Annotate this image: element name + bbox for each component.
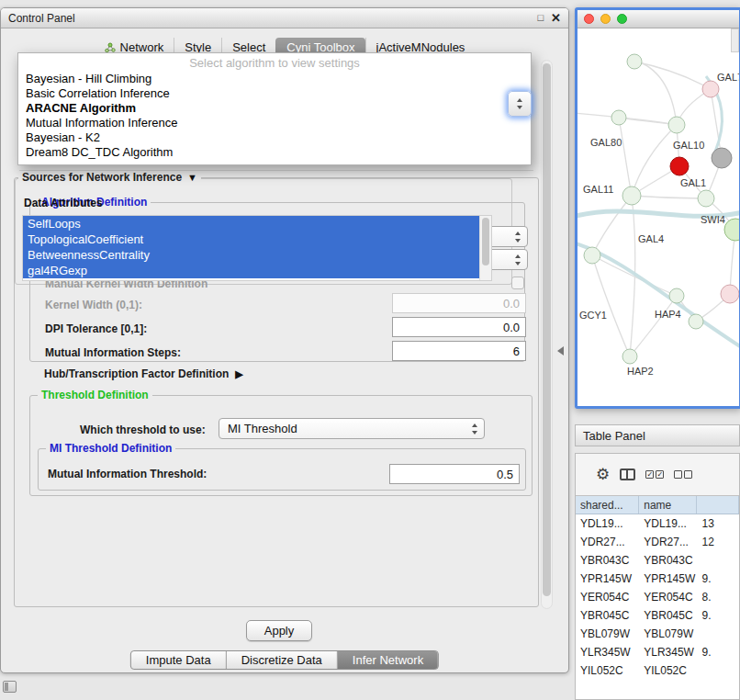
mi-threshold-field[interactable] xyxy=(389,464,520,484)
network-canvas[interactable]: GAL7GAL80GAL10GAL11GAL1SWI4GAL4GCY1HAP4H… xyxy=(577,28,739,406)
columns-icon[interactable] xyxy=(620,469,635,480)
unchecked-box-icon xyxy=(674,470,682,479)
kernel-width-label: Kernel Width (0,1): xyxy=(45,299,142,311)
close-window-icon[interactable]: ✕ xyxy=(551,12,561,24)
network-node[interactable] xyxy=(670,157,689,175)
algorithm-option-bayesian-k2[interactable]: Bayesian - K2 xyxy=(18,130,531,145)
network-node[interactable] xyxy=(584,247,600,264)
table-cell: 9. xyxy=(698,570,740,588)
settings-scrollbar[interactable] xyxy=(541,60,553,609)
table-row[interactable]: YLR345WYLR345W9. xyxy=(576,643,739,661)
table-row[interactable]: YBR043CYBR043C xyxy=(576,551,739,570)
table-row[interactable]: YPR145WYPR145W9. xyxy=(576,570,739,588)
algorithm-option-bayesian-hill-climbing[interactable]: Bayesian - Hill Climbing xyxy=(18,72,531,86)
network-node[interactable] xyxy=(698,190,714,207)
mi-threshold-label: Mutual Information Threshold: xyxy=(48,468,207,480)
dpi-tolerance-label: DPI Tolerance [0,1]: xyxy=(45,322,147,335)
attribute-item[interactable]: TopologicalCoefficient xyxy=(23,231,479,247)
collapse-panel-icon[interactable] xyxy=(557,346,564,356)
table-row[interactable]: YBR045CYBR045C9. xyxy=(576,606,739,625)
apply-button[interactable]: Apply xyxy=(246,620,312,641)
attributes-scrollbar[interactable] xyxy=(479,216,491,280)
node-label: GAL4 xyxy=(638,233,664,244)
column-header[interactable]: name xyxy=(639,496,697,514)
float-window-icon[interactable]: □ xyxy=(537,13,544,23)
attribute-item[interactable]: BetweennessCentrality xyxy=(23,247,479,263)
sources-toggle[interactable]: Sources for Network Inference ▼ xyxy=(18,171,201,184)
table-cell: 9. xyxy=(698,606,740,625)
table-cell: 9. xyxy=(698,643,740,661)
close-traffic-light-icon[interactable] xyxy=(584,14,594,24)
bottom-tabbar: Impute DataDiscretize DataInfer Network xyxy=(130,650,439,670)
table-panel-titlebar: Table Panel xyxy=(575,424,740,446)
algorithm-option-basic-correlation-inference[interactable]: Basic Correlation Inference xyxy=(18,86,531,101)
collapse-down-icon: ▼ xyxy=(187,172,197,183)
network-node[interactable] xyxy=(721,285,739,303)
network-node[interactable] xyxy=(712,148,732,168)
column-header[interactable]: shared... xyxy=(576,496,639,514)
zoom-traffic-light-icon[interactable] xyxy=(617,14,627,24)
panel-dock-icon[interactable] xyxy=(3,681,17,693)
network-node[interactable] xyxy=(689,314,703,329)
tab-infer-network[interactable]: Infer Network xyxy=(337,651,438,669)
algorithm-combobox-focused[interactable] xyxy=(508,91,532,117)
table-row[interactable]: YDR27...YDR27...12 xyxy=(576,533,739,551)
node-label: HAP4 xyxy=(655,309,681,320)
network-scrollbar-fragment[interactable] xyxy=(731,28,739,52)
control-panel-window: Control Panel □ ✕ NetworkStyleSelectCyni… xyxy=(0,7,569,673)
table-row[interactable]: YIL052CYIL052C xyxy=(576,661,739,680)
algorithm-dropdown: Select algorithm to view settings Bayesi… xyxy=(17,52,532,165)
unchecked-box-icon xyxy=(684,470,692,479)
network-node[interactable] xyxy=(724,219,739,241)
algorithm-option-mutual-information-inference[interactable]: Mutual Information Inference xyxy=(18,116,531,130)
which-threshold-select[interactable]: MI Threshold xyxy=(219,418,485,439)
attributes-scrollbar-thumb[interactable] xyxy=(482,218,489,265)
column-header[interactable] xyxy=(697,496,739,514)
expand-right-icon: ▶ xyxy=(235,368,242,380)
network-node[interactable] xyxy=(627,54,642,69)
settings-scrollbar-thumb[interactable] xyxy=(543,63,551,596)
table-row[interactable]: YER054CYER054C8. xyxy=(576,588,739,606)
table-cell: YBR043C xyxy=(576,551,639,570)
node-label: GAL10 xyxy=(673,140,704,151)
combo-arrows-icon xyxy=(472,423,478,435)
table-cell: YDL19... xyxy=(576,514,639,533)
unchecked-boxes-icon[interactable] xyxy=(674,470,692,479)
table-cell: YBR045C xyxy=(639,606,697,625)
network-node[interactable] xyxy=(622,186,641,205)
which-threshold-value: MI Threshold xyxy=(228,422,297,435)
threshold-definition-title: Threshold Definition xyxy=(38,389,152,401)
table-toolbar: ⚙ ✓ ✓ xyxy=(576,454,739,494)
algorithm-option-aracne-algorithm[interactable]: ARACNE Algorithm xyxy=(18,101,531,116)
sources-label: Sources for Network Inference xyxy=(22,171,182,184)
attribute-item[interactable]: SelfLoops xyxy=(23,216,479,231)
algorithm-option-dream8-dc-tdc-algorithm[interactable]: Dream8 DC_TDC Algorithm xyxy=(18,145,531,160)
minimize-traffic-light-icon[interactable] xyxy=(600,14,611,24)
network-window-titlebar xyxy=(577,10,739,28)
combo-arrows-icon xyxy=(515,231,521,243)
network-node[interactable] xyxy=(702,81,719,97)
table-row[interactable]: YBL079WYBL079W xyxy=(576,625,739,643)
tab-impute-data[interactable]: Impute Data xyxy=(131,651,226,669)
network-node[interactable] xyxy=(668,117,685,133)
checked-box-icon: ✓ xyxy=(656,470,664,479)
table-cell: YBL079W xyxy=(639,625,697,643)
table-cell: YPR145W xyxy=(639,570,697,588)
attribute-item[interactable]: gal4RGexp xyxy=(23,263,479,278)
network-node[interactable] xyxy=(611,110,626,125)
node-table: shared...name YDL19...YDL19...13YDR27...… xyxy=(576,495,739,699)
table-cell: YDL19... xyxy=(639,514,697,533)
dpi-tolerance-field[interactable] xyxy=(392,317,526,337)
combo-arrows-icon xyxy=(517,98,523,109)
checked-boxes-icon[interactable]: ✓ ✓ xyxy=(645,470,664,479)
mi-steps-field[interactable] xyxy=(392,341,526,361)
network-node[interactable] xyxy=(622,349,637,364)
gear-icon[interactable]: ⚙ xyxy=(596,467,610,482)
table-row[interactable]: YDL19...YDL19...13 xyxy=(576,514,739,533)
threshold-definition-group: Threshold Definition Which threshold to … xyxy=(29,395,533,496)
table-cell: YBR043C xyxy=(639,551,697,570)
hub-definition-toggle[interactable]: Hub/Transcription Factor Definition ▶ xyxy=(44,367,243,380)
network-node[interactable] xyxy=(669,288,684,303)
tab-discretize-data[interactable]: Discretize Data xyxy=(226,651,337,669)
table-cell: YER054C xyxy=(576,588,639,606)
